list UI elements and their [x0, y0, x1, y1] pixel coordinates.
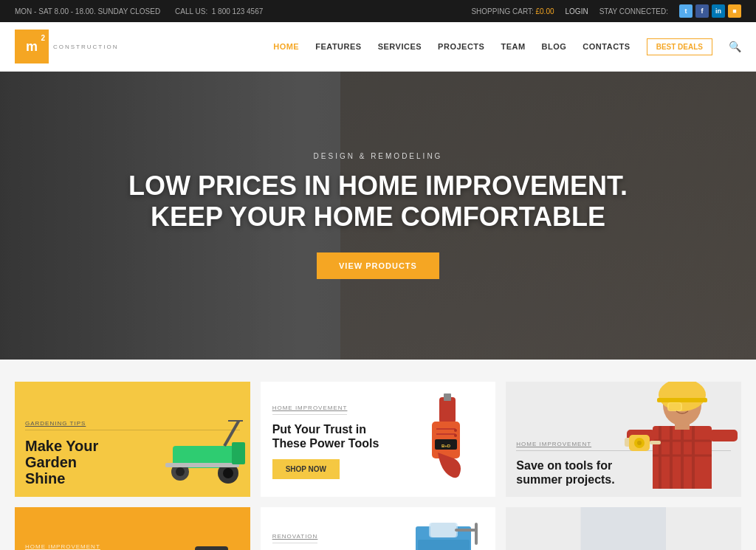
svg-rect-31 [669, 403, 681, 410]
svg-rect-51 [429, 523, 458, 537]
svg-point-17 [454, 434, 457, 437]
card-painting: RENOVATION Tips For Painting A Room [261, 507, 496, 550]
painting-graphic [410, 519, 484, 550]
nav-home[interactable]: HOME [273, 42, 299, 51]
svg-rect-56 [581, 507, 666, 550]
hero-subtitle: DESIGN & REMODELING [128, 152, 628, 160]
nav-blog[interactable]: BLOG [542, 42, 567, 51]
hero-cta-button[interactable]: VIEW PRODUCTS [317, 252, 439, 279]
card-pr-category: RENOVATION [272, 533, 318, 543]
nav-contacts[interactable]: CONTACTS [583, 42, 630, 51]
svg-point-6 [223, 468, 233, 478]
nav-team[interactable]: TEAM [501, 42, 525, 51]
best-deals-button[interactable]: BEST DEALS [647, 38, 712, 55]
search-icon[interactable]: 🔍 [729, 41, 741, 52]
powertool-graphic: BLACK +DECKER [173, 539, 250, 550]
lawnmower-graphic [158, 420, 250, 489]
card-pt-title: Put Your Trust in These Power Tools [272, 422, 391, 450]
cards-section: GARDENING TIPS Make Your Garden Shine [0, 360, 756, 550]
nav-services[interactable]: SERVICES [378, 42, 422, 51]
card-power-tools: HOME IMPROVEMENT Put Your Trust in These… [261, 382, 496, 497]
svg-point-16 [454, 429, 457, 432]
svg-line-1 [224, 420, 239, 446]
svg-rect-8 [232, 442, 245, 464]
cards-row-1: GARDENING TIPS Make Your Garden Shine [15, 382, 741, 497]
facebook-icon[interactable]: f [695, 4, 709, 18]
logo-letter: m [26, 39, 38, 55]
svg-point-4 [176, 467, 185, 476]
svg-rect-9 [439, 397, 456, 423]
hero-section: DESIGN & REMODELING LOW PRICES IN HOME I… [0, 72, 756, 360]
card-garden-title: Make Your Garden Shine [25, 438, 121, 487]
card-summer-tools: HOME IMPROVEMENT Save on tools for summe… [506, 382, 741, 497]
hours-text: MON - SAT 8.00 - 18.00. SUNDAY CLOSED [15, 7, 160, 16]
card-pt-category: HOME IMPROVEMENT [272, 405, 348, 415]
logo-box: m 2 [15, 30, 49, 63]
card-st-title: Save on tools for summer projects. [516, 458, 619, 487]
linkedin-icon[interactable]: in [712, 4, 725, 18]
top-bar-left: MON - SAT 8.00 - 18.00. SUNDAY CLOSED CA… [15, 7, 263, 16]
rss-icon[interactable]: ■ [728, 4, 741, 18]
svg-rect-53 [475, 523, 478, 545]
logo-sup: 2 [41, 34, 45, 42]
logo-text: CONSTRUCTION [53, 44, 118, 50]
twitter-icon[interactable]: t [679, 4, 693, 18]
svg-rect-40 [195, 546, 228, 550]
top-bar: MON - SAT 8.00 - 18.00. SUNDAY CLOSED CA… [0, 0, 756, 22]
svg-point-37 [637, 441, 642, 445]
stay-connected-label: STAY CONNECTED: [599, 7, 668, 16]
card-extra [506, 507, 741, 550]
hero-content: DESIGN & REMODELING LOW PRICES IN HOME I… [128, 152, 628, 279]
top-bar-right: SHOPPING CART: £0.00 LOGIN STAY CONNECTE… [471, 4, 741, 18]
svg-rect-10 [444, 393, 451, 401]
card-home-improvement: HOME IMPROVEMENT Save more on Home Impro… [15, 507, 250, 550]
svg-rect-54 [418, 540, 470, 550]
heatgun-graphic: B+D [402, 393, 484, 485]
phone-text: CALL US: 1 800 123 4567 [175, 7, 263, 16]
login-link[interactable]: LOGIN [566, 7, 588, 16]
svg-rect-38 [650, 441, 661, 444]
cart-info[interactable]: SHOPPING CART: £0.00 [471, 7, 554, 16]
shop-now-button[interactable]: SHOP NOW [272, 459, 340, 479]
worker-hardhat-graphic [623, 382, 741, 497]
card-power-tools-text: HOME IMPROVEMENT Put Your Trust in These… [272, 399, 403, 479]
svg-rect-52 [455, 529, 477, 532]
nav-links: HOME FEATURES SERVICES PROJECTS TEAM BLO… [273, 38, 741, 55]
card-painting-text: RENOVATION Tips For Painting A Room [272, 528, 410, 550]
logo[interactable]: m 2 CONSTRUCTION [15, 30, 118, 63]
svg-rect-7 [165, 463, 239, 467]
card-garden: GARDENING TIPS Make Your Garden Shine [15, 382, 250, 497]
svg-text:B+D: B+D [441, 444, 451, 448]
social-icons: t f in ■ [679, 4, 741, 18]
main-nav: m 2 CONSTRUCTION HOME FEATURES SERVICES … [0, 22, 756, 72]
extra-card-graphic [506, 507, 741, 550]
nav-projects[interactable]: PROJECTS [438, 42, 484, 51]
nav-features[interactable]: FEATURES [315, 42, 361, 51]
hero-title: LOW PRICES IN HOME IMPROVEMENT. KEEP YOU… [128, 171, 628, 232]
cards-row-2: HOME IMPROVEMENT Save more on Home Impro… [15, 507, 741, 550]
svg-rect-33 [709, 430, 738, 441]
svg-rect-29 [657, 398, 707, 402]
